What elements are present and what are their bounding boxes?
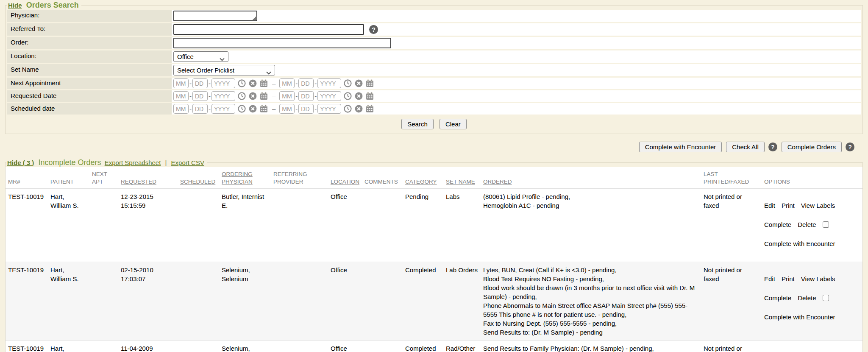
clock-icon[interactable] xyxy=(237,104,246,113)
search-buttons-row: Search Clear xyxy=(6,116,862,131)
range-separator: – xyxy=(272,105,275,112)
clock-icon[interactable] xyxy=(343,104,352,113)
print-link[interactable]: Print xyxy=(782,275,795,282)
complete-link[interactable]: Complete xyxy=(764,294,791,302)
search-button[interactable]: Search xyxy=(401,119,434,129)
referred-to-help-icon[interactable]: ? xyxy=(369,25,378,34)
cell-category: Completed xyxy=(403,341,443,352)
top-actions-row: Complete with Encounter Check All ? Comp… xyxy=(0,142,854,152)
year-input[interactable] xyxy=(317,78,341,88)
export-csv-link[interactable]: Export CSV xyxy=(171,159,204,166)
month-input[interactable] xyxy=(279,78,295,88)
physician-input[interactable] xyxy=(173,11,257,21)
sort-ordered[interactable]: ORDERED xyxy=(483,179,512,185)
calendar-icon[interactable] xyxy=(365,104,374,113)
month-input[interactable] xyxy=(173,78,189,88)
sort-scheduled[interactable]: SCHEDULED xyxy=(180,179,215,185)
date-separator: - xyxy=(314,92,317,100)
sort-requested[interactable]: REQUESTED xyxy=(121,179,156,185)
print-link[interactable]: Print xyxy=(782,202,795,209)
day-input[interactable] xyxy=(298,104,314,114)
export-spreadsheet-link[interactable]: Export Spreadsheet xyxy=(105,159,161,166)
month-input[interactable] xyxy=(173,104,189,114)
delete-link[interactable]: Delete xyxy=(798,221,816,228)
calendar-icon[interactable] xyxy=(259,79,268,88)
date-separator: - xyxy=(295,80,298,87)
date-separator: - xyxy=(295,105,298,112)
clock-icon[interactable] xyxy=(237,79,246,88)
cell-next-apt xyxy=(89,262,118,341)
month-input[interactable] xyxy=(279,104,295,114)
complete-orders-help-icon[interactable]: ? xyxy=(846,142,854,151)
clear-date-icon[interactable] xyxy=(248,79,257,88)
requested-date-from-group: - - xyxy=(173,91,268,101)
set-name-select[interactable]: Select Order Picklist xyxy=(173,65,275,75)
order-select-checkbox[interactable] xyxy=(823,221,829,228)
clear-button[interactable]: Clear xyxy=(440,119,467,129)
cell-requested: 12-23-2015 15:15:59 xyxy=(118,189,178,262)
calendar-icon[interactable] xyxy=(259,104,268,113)
check-all-help-icon[interactable]: ? xyxy=(768,142,777,151)
delete-link[interactable]: Delete xyxy=(798,294,816,302)
scheduled-date-from-group: - - xyxy=(173,104,268,114)
referred-to-input[interactable] xyxy=(173,24,364,35)
date-separator: - xyxy=(209,80,211,87)
month-input[interactable] xyxy=(279,91,295,101)
date-separator: - xyxy=(189,92,192,100)
year-input[interactable] xyxy=(317,104,341,114)
calendar-icon[interactable] xyxy=(259,92,268,101)
clock-icon[interactable] xyxy=(343,92,352,101)
day-input[interactable] xyxy=(192,104,208,114)
complete-orders-button[interactable]: Complete Orders xyxy=(782,142,842,152)
complete-with-encounter-link[interactable]: Complete with Encounter xyxy=(764,313,835,321)
cell-requested: 11-04-2009 15:02:50 xyxy=(118,341,178,352)
location-select[interactable]: Office xyxy=(173,51,228,62)
sort-ordering-physician[interactable]: ORDERING PHYSICIAN xyxy=(222,171,253,185)
clear-date-icon[interactable] xyxy=(354,92,363,101)
sort-location[interactable]: LOCATION xyxy=(331,179,359,185)
day-input[interactable] xyxy=(192,91,208,101)
day-input[interactable] xyxy=(298,78,314,88)
hide-orders-link[interactable]: Hide ( 3 ) xyxy=(7,159,34,166)
cell-options: EditPrintView Labels CompleteDelete Comp… xyxy=(762,189,862,262)
scheduled-date-field: - - – - - xyxy=(172,103,861,115)
cell-location: Office xyxy=(328,341,362,352)
view-labels-link[interactable]: View Labels xyxy=(801,275,835,282)
physician-field xyxy=(172,10,861,22)
clock-icon[interactable] xyxy=(237,92,246,101)
year-input[interactable] xyxy=(211,78,235,88)
clear-date-icon[interactable] xyxy=(248,104,257,113)
cell-options: EditPrintView Labels CompleteDelete Comp… xyxy=(762,341,862,352)
year-input[interactable] xyxy=(317,91,341,101)
cell-ordering-physician: Selenium, Selenium xyxy=(219,262,271,341)
clear-date-icon[interactable] xyxy=(248,92,257,101)
day-input[interactable] xyxy=(298,91,314,101)
view-labels-link[interactable]: View Labels xyxy=(801,202,835,209)
check-all-button[interactable]: Check All xyxy=(726,142,765,152)
day-input[interactable] xyxy=(192,78,208,88)
month-input[interactable] xyxy=(173,91,189,101)
clear-date-icon[interactable] xyxy=(354,104,363,113)
hide-search-link[interactable]: Hide xyxy=(8,2,22,9)
clear-date-icon[interactable] xyxy=(354,79,363,88)
complete-link[interactable]: Complete xyxy=(764,221,791,228)
cell-referring-provider xyxy=(271,341,328,352)
sort-set-name[interactable]: SET NAME xyxy=(446,179,475,185)
edit-link[interactable]: Edit xyxy=(764,275,775,282)
calendar-icon[interactable] xyxy=(365,92,374,101)
calendar-icon[interactable] xyxy=(365,79,374,88)
clock-icon[interactable] xyxy=(343,79,352,88)
complete-with-encounter-link[interactable]: Complete with Encounter xyxy=(764,240,835,247)
year-input[interactable] xyxy=(211,104,235,114)
order-select-checkbox[interactable] xyxy=(823,295,829,301)
complete-with-encounter-button[interactable]: Complete with Encounter xyxy=(639,142,722,152)
next-appointment-row: Next Appointment - - – - - xyxy=(7,78,861,89)
referred-to-label: Referred To: xyxy=(7,23,172,36)
physician-row: Physician: xyxy=(7,10,861,22)
order-input[interactable] xyxy=(173,38,391,48)
year-input[interactable] xyxy=(211,91,235,101)
sort-category[interactable]: CATEGORY xyxy=(405,179,437,185)
table-row: TEST-10019 Hart, William S. 11-04-2009 1… xyxy=(6,341,862,352)
edit-link[interactable]: Edit xyxy=(764,202,775,209)
header-category: CATEGORY xyxy=(403,167,443,189)
